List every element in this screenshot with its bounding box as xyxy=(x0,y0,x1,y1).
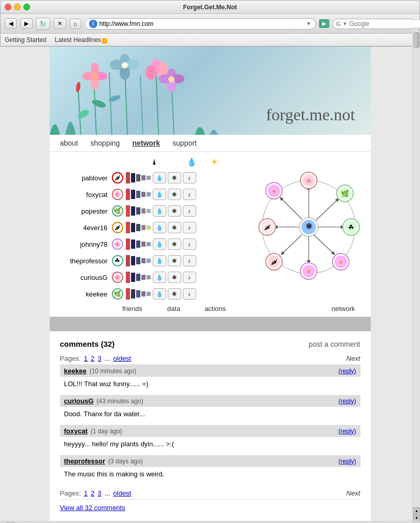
action-btn-0[interactable]: 💧 xyxy=(153,189,166,200)
site-header: forget.me.not xyxy=(50,47,371,135)
home-button[interactable]: ⌂ xyxy=(69,19,81,29)
action-btn-2[interactable]: ♪ xyxy=(183,189,196,200)
data-bar xyxy=(141,192,146,197)
action-btn-2[interactable]: ♪ xyxy=(183,222,196,233)
address-dropdown-arrow[interactable]: ▼ xyxy=(306,21,311,26)
bookmark-getting-started[interactable]: Getting Started xyxy=(5,36,47,44)
action-btn-2[interactable]: ♪ xyxy=(183,272,196,283)
nav-shopping[interactable]: shopping xyxy=(91,139,120,147)
comment-author[interactable]: theprofessor xyxy=(64,457,105,465)
data-bar xyxy=(126,172,130,183)
svg-point-24 xyxy=(146,65,156,80)
svg-line-4 xyxy=(140,75,143,135)
forward-button[interactable]: ▶ xyxy=(20,18,33,29)
comment-author[interactable]: keekee xyxy=(64,367,86,375)
page-1[interactable]: 1 xyxy=(84,355,88,362)
next-label-bottom[interactable]: Next xyxy=(346,489,360,497)
reply-link[interactable]: (reply) xyxy=(338,458,356,465)
next-label-top[interactable]: Next xyxy=(346,355,360,362)
bookmark-latest-headlines[interactable]: Latest Headlinesr xyxy=(55,36,107,44)
comment-time: (10 minutes ago) xyxy=(90,367,136,375)
comment-text: Dood. Thanx for da water... xyxy=(60,407,360,423)
reply-link[interactable]: (reply) xyxy=(338,398,356,405)
page-1-bottom[interactable]: 1 xyxy=(84,489,88,497)
back-button[interactable]: ◀ xyxy=(5,18,17,29)
scroll-up-arrow[interactable]: ▲ xyxy=(413,507,420,514)
search-input[interactable] xyxy=(349,20,420,27)
action-btn-0[interactable]: 💧 xyxy=(153,238,166,250)
svg-line-38 xyxy=(316,199,339,220)
svg-line-46 xyxy=(314,235,335,255)
action-btn-0[interactable]: 💧 xyxy=(153,272,166,283)
pages-label-bottom: Pages: xyxy=(60,489,81,497)
action-btn-1[interactable]: ❋ xyxy=(168,288,181,300)
page-2[interactable]: 2 xyxy=(91,355,94,362)
title-bar: Forget.Get.Me.Not xyxy=(1,1,419,14)
search-dropdown[interactable]: ▼ xyxy=(343,21,347,26)
view-all-comments-link[interactable]: View all 32 comments xyxy=(60,504,360,512)
data-bar xyxy=(141,258,146,263)
comment-time: (3 days ago) xyxy=(108,458,143,465)
comment-entry: foxycat(1 day ago)(reply)heyyyy... hello… xyxy=(60,425,360,453)
horizontal-scrollbar[interactable]: ◀ ▶ xyxy=(0,521,412,523)
action-btn-2[interactable]: ♪ xyxy=(183,288,196,300)
friend-name: keekee xyxy=(60,290,112,298)
svg-point-10 xyxy=(75,81,81,92)
comment-author[interactable]: foxycat xyxy=(64,427,88,435)
data-bar xyxy=(147,176,151,180)
page-oldest-bottom[interactable]: oldest xyxy=(113,489,132,497)
maximize-button[interactable] xyxy=(23,4,30,10)
bookmark-bar: Getting Started Latest Headlinesr xyxy=(1,34,419,46)
action-btn-1[interactable]: ❋ xyxy=(168,222,181,233)
go-button[interactable]: ▶ xyxy=(319,19,329,28)
data-bar xyxy=(147,242,151,246)
action-btn-1[interactable]: ❋ xyxy=(168,272,181,283)
action-btn-1[interactable]: ❋ xyxy=(168,255,181,266)
page-oldest[interactable]: oldest xyxy=(113,355,132,362)
action-btn-1[interactable]: ❋ xyxy=(168,189,181,200)
pages-nav-bottom: Pages: 1 2 3 ... oldest Next xyxy=(60,487,360,500)
data-bar xyxy=(126,222,130,233)
ssl-icon xyxy=(89,20,97,28)
data-bar xyxy=(126,205,130,217)
svg-point-21 xyxy=(122,62,128,68)
nav-network[interactable]: network xyxy=(132,139,160,147)
scrollbar-thumb[interactable] xyxy=(414,32,419,48)
reply-link[interactable]: (reply) xyxy=(338,428,356,435)
address-input[interactable] xyxy=(99,20,304,27)
friend-name: pablover xyxy=(60,174,112,182)
page-2-bottom[interactable]: 2 xyxy=(91,489,94,497)
data-bar xyxy=(126,272,130,283)
refresh-button[interactable]: ↻ xyxy=(36,18,50,30)
comment-author-row: keekee(10 minutes ago)(reply) xyxy=(60,365,360,377)
data-bar xyxy=(131,206,135,216)
scrollbar[interactable]: ▲ ▼ xyxy=(412,31,420,523)
data-bar xyxy=(131,223,135,232)
action-btn-2[interactable]: ♪ xyxy=(183,172,196,183)
post-comment-link[interactable]: post a comment xyxy=(309,340,360,348)
action-btn-1[interactable]: ❋ xyxy=(168,205,181,217)
stop-button[interactable]: ✕ xyxy=(53,18,66,29)
action-btn-0[interactable]: 💧 xyxy=(153,205,166,217)
action-btn-0[interactable]: 💧 xyxy=(153,288,166,300)
svg-line-54 xyxy=(281,235,302,255)
action-btn-1[interactable]: ❋ xyxy=(168,172,181,183)
page-3-bottom[interactable]: 3 xyxy=(97,489,101,497)
label-friends: friends xyxy=(112,305,153,313)
comment-author[interactable]: curiousG xyxy=(64,397,94,405)
nav-about[interactable]: about xyxy=(60,139,78,147)
window-buttons[interactable] xyxy=(5,4,30,10)
page-3[interactable]: 3 xyxy=(97,355,101,362)
action-btn-2[interactable]: ♪ xyxy=(183,255,196,266)
action-btn-0[interactable]: 💧 xyxy=(153,172,166,183)
action-btn-1[interactable]: ❋ xyxy=(168,238,181,250)
minimize-button[interactable] xyxy=(14,4,21,10)
nav-support[interactable]: support xyxy=(172,139,197,147)
action-btn-2[interactable]: ♪ xyxy=(183,205,196,217)
reply-link[interactable]: (reply) xyxy=(338,367,356,375)
action-btn-0[interactable]: 💧 xyxy=(153,255,166,266)
close-button[interactable] xyxy=(5,4,11,10)
site-nav: about shopping network support xyxy=(50,135,371,152)
action-btn-2[interactable]: ♪ xyxy=(183,238,196,250)
action-btn-0[interactable]: 💧 xyxy=(153,222,166,233)
